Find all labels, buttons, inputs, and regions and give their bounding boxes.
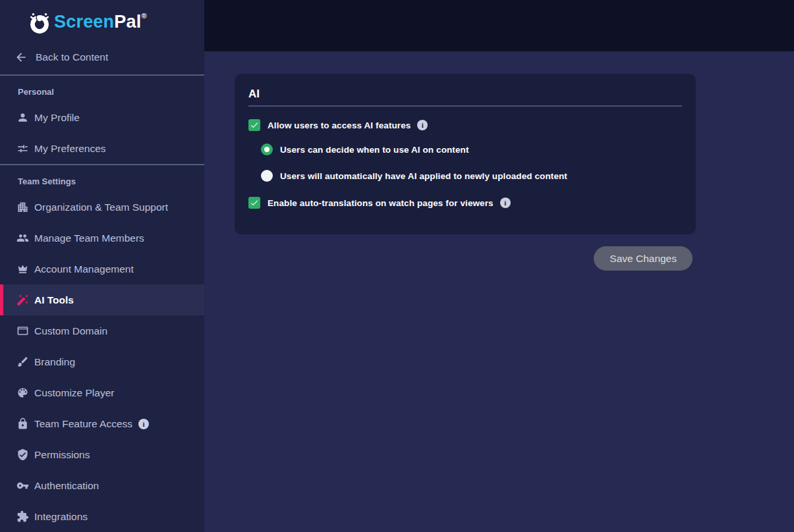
save-changes-button[interactable]: Save Changes — [594, 246, 693, 271]
sidebar-item-label: Branding — [34, 356, 75, 368]
ai-options: Allow users to access AI featuresiUsers … — [248, 117, 682, 211]
option-row: Allow users to access AI featuresi — [248, 117, 682, 133]
brand-logo[interactable]: ScreenPal® — [0, 0, 204, 44]
sidebar-item-label: Custom Domain — [34, 325, 107, 337]
sidebar-item-label: Integrations — [34, 511, 88, 523]
sidebar-item-label: Customize Player — [34, 387, 114, 399]
people-icon — [16, 232, 29, 245]
card-title: AI — [248, 87, 682, 101]
back-to-content-link[interactable]: Back to Content — [0, 44, 204, 74]
checkbox-checked[interactable] — [248, 119, 260, 131]
sidebar-item-label: My Profile — [34, 112, 80, 124]
sidebar-item-custom-domain[interactable]: Custom Domain — [0, 315, 204, 346]
sidebar-item-my-profile[interactable]: My Profile — [0, 102, 204, 133]
option-row: Enable auto-translations on watch pages … — [248, 195, 682, 211]
sidebar-item-organization-team-support[interactable]: Organization & Team Support — [0, 192, 204, 223]
ai-settings-card: AI Allow users to access AI featuresiUse… — [235, 74, 696, 234]
palette-icon — [16, 386, 29, 400]
option-row: Users can decide when to use AI on conte… — [261, 142, 682, 157]
puzzle-icon — [16, 510, 29, 523]
screenpal-mascot-icon — [28, 11, 51, 34]
sidebar-section: Team SettingsOrganization & Team Support… — [0, 165, 204, 532]
option-row: Users will automatically have AI applied… — [261, 168, 682, 184]
sidebar-item-ai-tools[interactable]: AI Tools — [0, 284, 204, 315]
option-label: Enable auto-translations on watch pages … — [268, 198, 494, 208]
sliders-icon — [16, 142, 29, 155]
building-icon — [16, 201, 29, 214]
option-label: Users can decide when to use AI on conte… — [280, 145, 469, 155]
info-icon[interactable]: i — [138, 419, 149, 429]
key-icon — [16, 479, 29, 492]
sidebar-item-integrations[interactable]: Integrations — [0, 501, 204, 532]
radio-unselected[interactable] — [261, 170, 273, 182]
option-label: Allow users to access AI features — [268, 120, 411, 130]
sidebar-item-label: My Preferences — [34, 143, 106, 155]
back-arrow-icon — [14, 51, 28, 64]
check-icon — [250, 198, 259, 207]
sidebar-item-label: Account Management — [34, 263, 134, 275]
sidebar-item-label: Organization & Team Support — [34, 201, 168, 213]
browser-icon — [16, 325, 29, 338]
sidebar-item-my-preferences[interactable]: My Preferences — [0, 133, 204, 164]
content-area: AI Allow users to access AI featuresiUse… — [204, 51, 794, 532]
lock-icon — [16, 417, 29, 431]
sidebar: ScreenPal® Back to Content PersonalMy Pr… — [0, 0, 204, 532]
sidebar-item-label: Authentication — [34, 480, 99, 492]
sidebar-item-label: Permissions — [34, 449, 90, 461]
sidebar-item-label: Team Feature Access — [34, 418, 132, 430]
sidebar-item-authentication[interactable]: Authentication — [0, 470, 204, 501]
info-icon[interactable]: i — [417, 120, 428, 130]
sidebar-item-permissions[interactable]: Permissions — [0, 439, 204, 470]
card-title-divider — [248, 105, 682, 107]
info-icon[interactable]: i — [500, 198, 511, 208]
sidebar-item-account-management[interactable]: Account Management — [0, 253, 204, 284]
sidebar-item-label: AI Tools — [34, 294, 74, 306]
sidebar-item-label: Manage Team Members — [34, 232, 144, 244]
radio-selected[interactable] — [261, 144, 273, 155]
brush-icon — [16, 356, 29, 369]
sidebar-section: PersonalMy ProfileMy Preferences — [0, 76, 204, 164]
sidebar-item-team-feature-access[interactable]: Team Feature Accessi — [0, 408, 204, 439]
person-icon — [16, 111, 29, 124]
shield-check-icon — [16, 448, 29, 462]
sidebar-item-customize-player[interactable]: Customize Player — [0, 377, 204, 408]
sidebar-item-branding[interactable]: Branding — [0, 346, 204, 377]
checkbox-checked[interactable] — [248, 197, 260, 209]
brand-wordmark: ScreenPal® — [54, 12, 147, 32]
sidebar-nav: PersonalMy ProfileMy PreferencesTeam Set… — [0, 76, 204, 532]
top-bar — [204, 0, 794, 51]
main-area: AI Allow users to access AI featuresiUse… — [204, 0, 794, 532]
back-to-content-label: Back to Content — [36, 51, 108, 63]
sidebar-section-header: Team Settings — [0, 174, 204, 192]
check-icon — [250, 120, 259, 130]
save-row: Save Changes — [235, 246, 696, 271]
magic-wand-icon — [16, 294, 29, 307]
sidebar-section-header: Personal — [0, 85, 204, 102]
option-label: Users will automatically have AI applied… — [280, 171, 567, 181]
sidebar-item-manage-team-members[interactable]: Manage Team Members — [0, 223, 204, 253]
crown-icon — [16, 263, 29, 276]
